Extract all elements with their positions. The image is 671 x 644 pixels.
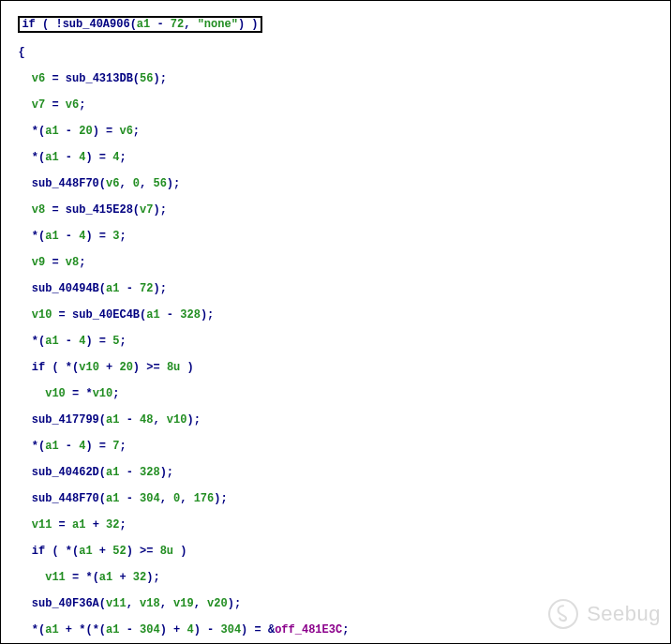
code-screenshot: if ( !sub_40A906(a1 - 72, "none") ) { v6… [0,0,671,644]
line: v11 = a1 + 32; [5,518,670,532]
line: *(a1 - 4) = 3; [5,230,670,243]
line: *(a1 - 20) = v6; [5,125,670,138]
line: v6 = sub_4313DB(56); [5,72,670,85]
line: *(a1 - 4) = 5; [5,335,670,348]
line: *(a1 - 4) = 7; [5,440,670,453]
brace: { [5,46,670,59]
decompiled-code: if ( !sub_40A906(a1 - 72, "none") ) { v6… [1,1,670,644]
line: sub_40F36A(v11, v18, v19, v20); [5,597,670,610]
line: *(a1 - 4) = 4; [5,151,670,164]
highlight-top: if ( !sub_40A906(a1 - 72, "none") ) [18,16,261,33]
line-cond-top: if ( !sub_40A906(a1 - 72, "none") ) [5,16,670,33]
line: v8 = sub_415E28(v7); [5,203,670,217]
line: *(a1 + *(*(a1 - 304) + 4) - 304) = &off_… [5,623,670,637]
line: sub_40462D(a1 - 328); [5,466,670,479]
line: sub_448F70(v6, 0, 56); [5,177,670,190]
line: v10 = *v10; [5,387,670,400]
line: v7 = v6; [5,98,670,112]
line: v10 = sub_40EC4B(a1 - 328); [5,308,670,322]
line: sub_417799(a1 - 48, v10); [5,413,670,427]
line: v11 = *(a1 + 32); [5,571,670,584]
line: sub_40494B(a1 - 72); [5,282,670,295]
line: if ( *(a1 + 52) >= 8u ) [5,545,670,558]
line: if ( *(v10 + 20) >= 8u ) [5,361,670,374]
line: v9 = v8; [5,256,670,269]
line: sub_448F70(a1 - 304, 0, 176); [5,492,670,505]
